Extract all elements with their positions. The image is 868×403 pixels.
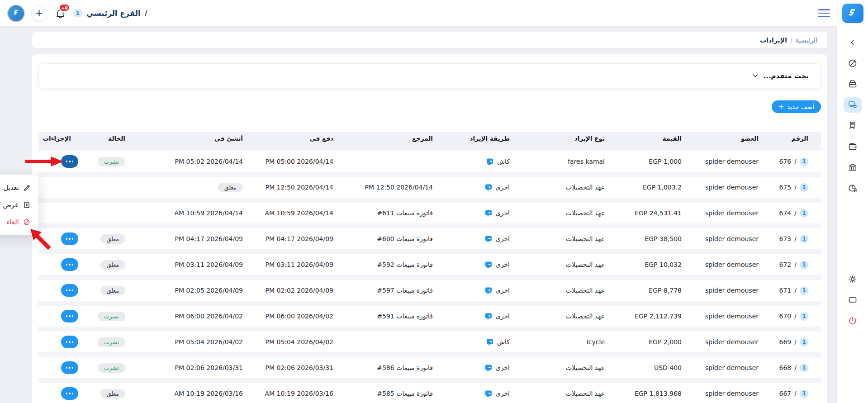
table-row[interactable]: 676/1 spider demouser EGP 1,000 fares ka… [38, 151, 821, 172]
payment-wallet-icon [485, 209, 492, 217]
created-at-cell: PM 06:00 2026/04/02 [138, 313, 256, 320]
table-row[interactable]: 675/1 spider demouser EGP 1,003.2 عهد ال… [38, 177, 821, 198]
table-header-row: الرقمالعضوالقيمةنوع الإيرادطريقة الإيراد… [38, 132, 821, 145]
series-badge: 1 [800, 261, 808, 269]
invoice-hand-icon[interactable] [844, 118, 862, 133]
value-cell: EGP 1,003.2 [617, 184, 694, 191]
wallet-icon[interactable] [844, 139, 862, 154]
table-row[interactable]: 670/1 spider demouser EGP 2,112.739 عهد … [38, 306, 821, 327]
hamburger-menu-icon[interactable] [818, 9, 830, 17]
series-badge: 1 [800, 312, 808, 321]
paid-at-cell: PM 06:00 2026/04/02 [256, 313, 346, 320]
branch-label: الفرع الرئيسي [86, 9, 141, 18]
value-cell: USD 400 [617, 364, 694, 371]
window-icon[interactable] [844, 292, 862, 308]
user-avatar[interactable] [7, 5, 25, 22]
table-row[interactable]: 672/1 spider demouser EGP 10,032 عهد الت… [38, 254, 821, 275]
advanced-search-accordion[interactable]: بحث متقدم... [38, 63, 821, 89]
row-actions-button[interactable] [61, 387, 78, 400]
menu-item-view-pdf[interactable]: عرض PDF [0, 196, 30, 213]
created-at-cell: PM 05:02 2026/04/14 [138, 158, 256, 165]
payment-method-cell: اخرى [446, 209, 522, 217]
reference-cell: فاتورة مبيعات 585# [346, 390, 446, 397]
row-number-cell: 671/1 [771, 286, 821, 295]
row-actions-menu: تعديل عرض PDF الغاء [0, 175, 38, 235]
row-actions-button[interactable] [61, 361, 78, 374]
topbar: / الفرع الرئيسي 1 +9 + [0, 0, 837, 26]
breadcrumb-home-link[interactable]: الرئيسية [796, 37, 817, 44]
menu-item-edit[interactable]: تعديل [0, 179, 30, 196]
chevron-down-icon [752, 72, 759, 81]
created-at-cell: PM 02:06 2026/03/31 [138, 364, 256, 371]
payment-method-cell: اخرى [446, 390, 522, 397]
status-cell: معلق [84, 286, 138, 295]
menu-item-cancel[interactable]: الغاء [0, 213, 30, 231]
status-badge: معلق [218, 183, 243, 192]
paid-at-cell: PM 04:17 2026/04/09 [256, 235, 346, 242]
payment-wallet-icon [485, 313, 492, 320]
table-row[interactable]: 673/1 spider demouser EGP 38,500 عهد الت… [38, 228, 821, 249]
status-cell: نشرت [84, 157, 138, 166]
payment-method-cell: اخرى [446, 184, 522, 191]
row-actions-button[interactable] [61, 232, 78, 245]
paid-at-cell: PM 03:11 2026/04/09 [256, 261, 346, 268]
paid-at-cell: PM 12:50 2026/04/14 [256, 184, 346, 191]
table-row[interactable]: 669/1 spider demouser EGP 2,000 Icycle ك… [38, 332, 821, 352]
status-badge: نشرت [98, 337, 125, 347]
add-new-button[interactable]: أضف جديد + [772, 100, 821, 113]
revenue-type-cell: عهد التحصيلات [522, 209, 617, 217]
value-cell: EGP 2,112.739 [617, 313, 694, 320]
actions-cell [18, 258, 84, 271]
member-cell: spider demouser [694, 209, 771, 217]
cancel-slash-icon [23, 218, 30, 226]
status-badge: معلق [100, 234, 125, 244]
notifications-bell-icon[interactable]: +9 [53, 6, 67, 20]
row-actions-button[interactable] [61, 155, 78, 168]
member-cell: spider demouser [694, 390, 771, 397]
status-cell: نشرت [84, 337, 138, 347]
row-actions-button[interactable] [61, 336, 78, 348]
status-cell: معلق [84, 234, 138, 244]
created-at-cell: AM 10:59 2026/04/14 [138, 209, 256, 217]
column-header: طريقة الإيراد [446, 135, 522, 142]
power-icon[interactable] [844, 313, 862, 328]
menu-item-label: الغاء [6, 218, 19, 226]
payment-method-cell: اخرى [446, 364, 522, 371]
row-number-cell: 667/1 [771, 389, 821, 398]
pie-report-icon[interactable] [844, 180, 862, 196]
sidebar-item-revenues-icon[interactable] [844, 97, 862, 113]
table-row[interactable]: 674/1 spider demouser EGP 24,531.41 عهد … [38, 203, 821, 223]
reference-cell: فاتورة مبيعات 586# [346, 364, 446, 371]
payment-wallet-icon [485, 364, 492, 371]
table-row[interactable]: 668/1 spider demouser USD 400 عهد التحصي… [38, 357, 821, 378]
cash-register-icon[interactable] [844, 76, 862, 92]
paid-at-cell: AM 10:59 2026/04/14 [256, 209, 346, 217]
value-cell: EGP 10,032 [617, 261, 694, 268]
compass-icon[interactable] [844, 56, 862, 71]
table-row[interactable]: 671/1 spider demouser EGP 8,778 عهد التح… [38, 280, 821, 301]
actions-cell [18, 336, 84, 348]
paid-at-cell: PM 02:06 2026/03/31 [256, 364, 346, 371]
branch-breadcrumb[interactable]: / الفرع الرئيسي 1 [73, 9, 147, 18]
row-actions-button[interactable] [61, 284, 78, 297]
payment-wallet-icon [486, 338, 493, 346]
series-badge: 1 [800, 235, 808, 243]
status-badge: نشرت [98, 312, 125, 321]
row-actions-button[interactable] [61, 310, 78, 322]
sidebar-collapse-chevron-icon[interactable] [844, 35, 862, 50]
breadcrumb-separator: / [790, 37, 792, 44]
table-row[interactable]: 667/1 spider demouser EGP 1,813.968 عهد … [38, 383, 821, 403]
column-header: القيمة [617, 135, 694, 142]
row-number-cell: 673/1 [771, 235, 821, 243]
settings-gear-icon[interactable] [844, 271, 862, 287]
payment-wallet-icon [485, 184, 492, 191]
payment-method-cell: كاش [446, 338, 522, 346]
member-cell: spider demouser [694, 184, 771, 191]
app-logo-icon[interactable] [842, 4, 863, 23]
bank-icon[interactable] [844, 160, 862, 175]
row-actions-button[interactable] [61, 258, 78, 271]
row-number-cell: 669/1 [771, 338, 821, 346]
created-at-cell: PM 02:05 2026/04/09 [138, 287, 256, 294]
quick-add-button[interactable]: + [31, 5, 47, 21]
reference-cell: فاتورة مبيعات 592# [346, 261, 446, 268]
